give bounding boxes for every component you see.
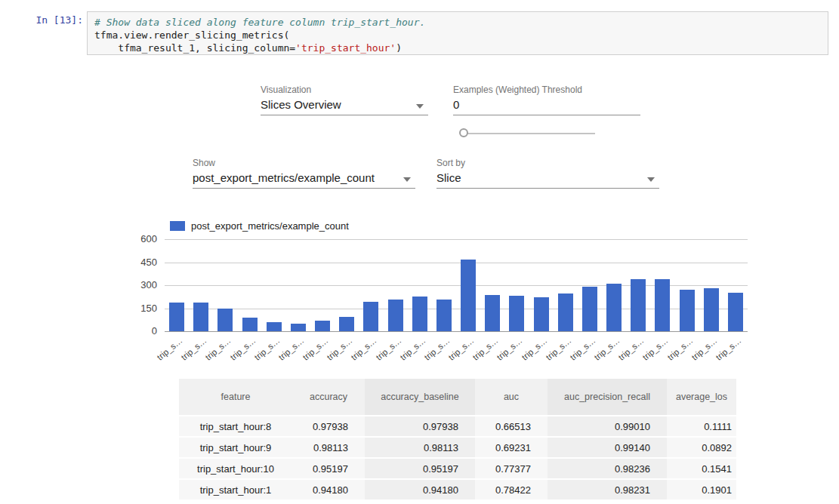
code-content: # Show data sliced along feature column … [94,16,821,54]
bar [534,297,549,331]
metric-cell: 0.94180 [292,480,365,499]
bar [558,293,573,331]
y-axis-tick: 450 [121,257,157,268]
metric-cell: 0.1541 [667,459,736,478]
visualization-label: Visualization [261,85,311,95]
visualization-value: Slices Overview [261,98,341,111]
metric-cell: 0.1111 [667,416,736,436]
metric-cell: 0.98236 [548,459,667,478]
y-axis-tick: 150 [121,303,157,314]
feature-cell: trip_start_hour:10 [179,459,292,478]
bar-chart: 0150300450600trip_s…trip_s…trip_s…trip_s… [165,239,748,331]
table-header-row: featureaccuracyaccuracy_baselineaucauc_p… [179,379,736,415]
bar [436,300,452,331]
bar [412,297,427,331]
column-header[interactable]: auc_precision_recall [548,379,667,415]
metric-cell: 0.1901 [667,480,736,499]
metric-cell: 0.99140 [548,438,667,457]
chevron-down-icon [647,177,655,182]
feature-cell: trip_start_hour:9 [179,438,292,457]
table-row: trip_start_hour:90.981130.981130.692310.… [179,438,736,457]
visualization-dropdown[interactable]: Slices Overview [261,97,428,115]
chevron-down-icon [416,104,424,109]
feature-cell: trip_start_hour:8 [179,416,292,436]
bar [655,279,670,331]
metric-cell: 0.94180 [365,480,475,499]
bar [509,296,524,331]
metrics-table: featureaccuracyaccuracy_baselineaucauc_p… [179,377,736,501]
bar [242,318,258,331]
metric-cell: 0.98113 [365,438,475,457]
column-header[interactable]: feature [179,379,292,415]
bar [680,290,695,331]
gridline [165,331,748,332]
bar [461,260,476,331]
bar [267,322,282,331]
y-axis-tick: 0 [121,325,157,337]
column-header[interactable]: average_los [667,379,736,415]
chart-legend: post_export_metrics/example_count [170,220,349,232]
cell-prompt: In [13]: [21,14,83,26]
feature-cell: trip_start_hour:1 [179,480,292,499]
table-row: trip_start_hour:10.941800.941800.784220.… [179,480,736,499]
code-cell[interactable]: # Show data sliced along feature column … [87,11,828,55]
bar [485,295,500,331]
legend-swatch [170,221,185,231]
legend-label: post_export_metrics/example_count [191,220,349,232]
sort-by-dropdown[interactable]: Slice [436,171,659,189]
y-axis-tick: 600 [121,233,157,244]
metric-cell: 0.97938 [365,416,475,436]
bar [169,303,184,331]
column-header[interactable]: accuracy [292,379,365,415]
show-label: Show [193,158,215,168]
bar [582,287,597,331]
metric-cell: 0.99010 [548,416,667,436]
notebook-page: In [13]: # Show data sliced along featur… [0,0,839,504]
bar [631,279,646,331]
slider-track [465,133,595,134]
metric-cell: 0.0892 [667,438,736,457]
metric-cell: 0.95197 [365,459,475,478]
table-row: trip_start_hour:80.979380.979380.665130.… [179,416,736,436]
bar [704,288,719,331]
bar [339,317,354,331]
metric-cell: 0.95197 [292,459,365,478]
bar [363,302,378,331]
bar [388,300,403,331]
bar [193,303,208,331]
bar [728,293,743,331]
sort-by-value: Slice [436,171,461,184]
metric-cell: 0.66513 [475,416,548,436]
metric-cell: 0.98231 [548,480,667,499]
column-header[interactable]: accuracy_baseline [365,379,475,415]
metric-cell: 0.78422 [475,480,548,499]
slider-knob[interactable] [459,128,468,137]
metric-cell: 0.97938 [292,416,365,436]
show-value: post_export_metrics/example_count [193,171,375,184]
table-row: trip_start_hour:100.951970.951970.773770… [179,459,736,478]
threshold-input[interactable]: 0 [453,97,640,115]
metric-cell: 0.69231 [475,438,548,457]
threshold-value: 0 [453,98,459,111]
chevron-down-icon [403,177,411,182]
sort-by-label: Sort by [436,158,465,168]
gridline [165,263,748,263]
column-header[interactable]: auc [475,379,548,415]
bar [606,284,622,331]
y-axis-tick: 300 [121,279,157,290]
metrics-table-container: featureaccuracyaccuracy_baselineaucauc_p… [179,377,736,504]
bar [291,324,306,331]
show-dropdown[interactable]: post_export_metrics/example_count [193,171,415,189]
bar [315,321,330,331]
gridline [165,239,748,240]
threshold-slider[interactable] [459,128,595,139]
metric-cell: 0.77377 [475,459,548,478]
threshold-label: Examples (Weighted) Threshold [453,85,582,95]
metric-cell: 0.98113 [292,438,365,457]
bar [217,309,233,331]
